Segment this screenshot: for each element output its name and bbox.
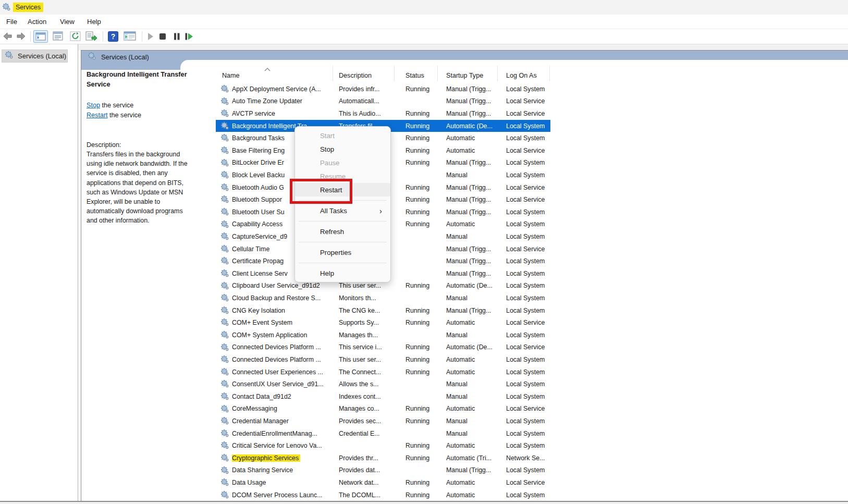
service-row[interactable]: CredentialEnrollmentManag... Credential … xyxy=(216,427,550,440)
service-description-cell: Manages co... xyxy=(339,405,379,412)
service-status: Running xyxy=(405,282,429,289)
context-menu-start[interactable]: Start › xyxy=(295,129,390,142)
service-status: Running xyxy=(405,442,429,449)
service-log-on-as: Local Service xyxy=(506,319,545,326)
service-row[interactable]: Cryptographic Services Provides thr... R… xyxy=(216,452,550,464)
pause-service-icon[interactable] xyxy=(173,33,180,40)
service-startup-type: Manual xyxy=(446,331,468,339)
col-header-description[interactable]: Description xyxy=(339,72,372,79)
back-icon[interactable] xyxy=(3,32,13,41)
submenu-chevron-icon: › xyxy=(379,206,382,215)
service-startup-type: Automatic xyxy=(446,220,475,228)
service-name: Bluetooth Audio G xyxy=(232,184,284,191)
services-app-icon xyxy=(2,3,11,14)
service-row[interactable]: Contact Data_d91d2 Indexes cont... Manua… xyxy=(216,390,550,403)
menu-help[interactable]: Help xyxy=(87,18,101,26)
service-startup-type: Manual (Trigg... xyxy=(446,97,491,105)
service-name: Connected Devices Platform ... xyxy=(232,356,321,363)
service-row[interactable]: Connected User Experiences ... The Conne… xyxy=(216,366,550,378)
service-gear-icon xyxy=(220,97,229,108)
context-menu-refresh[interactable]: Refresh › xyxy=(295,225,390,238)
service-gear-icon xyxy=(220,478,229,489)
help-icon[interactable]: ? xyxy=(108,31,118,42)
service-status: Running xyxy=(405,85,429,93)
service-gear-icon xyxy=(220,379,229,390)
export-list-icon[interactable] xyxy=(85,31,97,41)
service-row[interactable]: COM+ System Application Manages th... Ma… xyxy=(216,329,550,341)
service-log-on-as: Local Service xyxy=(506,97,545,105)
col-header-status[interactable]: Status xyxy=(405,72,424,79)
service-description-cell: This service i... xyxy=(339,343,382,351)
context-menu-properties[interactable]: Properties › xyxy=(295,245,390,259)
context-menu-all-tasks[interactable]: All Tasks › xyxy=(295,204,390,217)
service-startup-type: Manual xyxy=(446,294,468,302)
service-row[interactable]: CNG Key Isolation The CNG ke... Running … xyxy=(216,304,550,317)
context-menu-stop[interactable]: Stop › xyxy=(295,142,390,156)
service-row[interactable]: DCOM Server Process Launc... The DCOML..… xyxy=(216,489,550,501)
service-gear-icon xyxy=(220,220,229,231)
context-menu-help[interactable]: Help › xyxy=(295,266,390,280)
service-row[interactable]: COM+ Event System Supports Sy... Running… xyxy=(216,316,550,329)
service-status: Running xyxy=(405,110,429,117)
service-startup-type: Automatic xyxy=(446,356,475,363)
stop-service-icon[interactable] xyxy=(159,33,166,40)
forward-icon[interactable] xyxy=(16,32,26,41)
service-name: DCOM Server Process Launc... xyxy=(232,491,323,499)
service-description-cell: This is Audio... xyxy=(339,110,381,117)
service-log-on-as: Local System xyxy=(506,294,545,302)
service-description-cell: The Connect... xyxy=(339,368,381,376)
service-status: Running xyxy=(405,208,429,216)
service-row[interactable]: AppX Deployment Service (A... Provides i… xyxy=(216,83,550,95)
service-log-on-as: Local Service xyxy=(506,343,545,351)
service-log-on-as: Local System xyxy=(506,134,545,142)
menu-view[interactable]: View xyxy=(60,18,75,26)
service-name: Auto Time Zone Updater xyxy=(232,97,302,105)
service-description-cell: The CNG ke... xyxy=(339,307,380,314)
menu-action[interactable]: Action xyxy=(28,18,46,26)
service-row[interactable]: Auto Time Zone Updater Automaticall... M… xyxy=(216,95,550,108)
service-log-on-as: Local System xyxy=(506,368,545,376)
service-gear-icon xyxy=(220,293,229,304)
service-startup-type: Automatic xyxy=(446,405,475,412)
refresh-icon[interactable] xyxy=(70,31,81,41)
properties-icon[interactable] xyxy=(52,31,64,41)
service-startup-type: Manual (Trigg... xyxy=(446,110,491,117)
start-service-icon[interactable] xyxy=(147,32,154,41)
col-header-name[interactable]: Name xyxy=(222,72,240,79)
service-startup-type: Manual (Trigg... xyxy=(446,196,491,203)
service-row[interactable]: Data Usage Network dat... Running Automa… xyxy=(216,476,550,489)
service-name: CoreMessaging xyxy=(232,405,277,412)
show-action-pane-icon[interactable] xyxy=(124,31,136,41)
service-row[interactable]: AVCTP service This is Audio... Running M… xyxy=(216,107,550,120)
service-name: Bluetooth Suppor xyxy=(232,196,282,203)
service-row[interactable]: Cloud Backup and Restore S... Monitors t… xyxy=(216,292,550,304)
service-row[interactable]: Connected Devices Platform ... This serv… xyxy=(216,341,550,354)
service-row[interactable]: CoreMessaging Manages co... Running Auto… xyxy=(216,403,550,415)
service-name: Connected User Experiences ... xyxy=(232,368,323,376)
show-console-tree-icon[interactable] xyxy=(33,30,48,43)
service-gear-icon xyxy=(220,244,229,255)
service-row[interactable]: Credential Manager Provides sec... Runni… xyxy=(216,415,550,427)
service-row[interactable]: ConsentUX User Service_d91... Allows the… xyxy=(216,378,550,390)
service-startup-type: Manual (Trigg... xyxy=(446,85,491,93)
col-header-log-on-as[interactable]: Log On As xyxy=(506,72,537,79)
pane-title: Services (Local) xyxy=(101,53,149,61)
pane-header: Services (Local) xyxy=(88,52,149,62)
menu-file[interactable]: File xyxy=(6,18,17,26)
service-row[interactable]: Data Sharing Service Provides dat... Man… xyxy=(216,464,550,477)
service-log-on-as: Local System xyxy=(506,393,545,400)
service-row[interactable]: Critical Service for Lenovo Va... Runnin… xyxy=(216,439,550,452)
tree-item-services-local[interactable]: Services (Local) xyxy=(2,50,68,63)
main-pane: Services (Local) Background Intelligent … xyxy=(81,50,848,501)
service-startup-type: Automatic xyxy=(446,319,475,326)
service-row[interactable]: Connected Devices Platform ... This user… xyxy=(216,353,550,366)
restart-service-icon[interactable] xyxy=(185,33,193,40)
service-gear-icon xyxy=(220,453,229,464)
context-menu-pause[interactable]: Pause › xyxy=(295,156,390,169)
service-gear-icon xyxy=(220,343,229,354)
col-header-startup-type[interactable]: Startup Type xyxy=(446,72,483,79)
service-description-cell: Provides sec... xyxy=(339,417,381,425)
service-startup-type: Automatic xyxy=(446,442,475,449)
service-name: CredentialEnrollmentManag... xyxy=(232,430,317,437)
service-gear-icon xyxy=(220,269,229,280)
